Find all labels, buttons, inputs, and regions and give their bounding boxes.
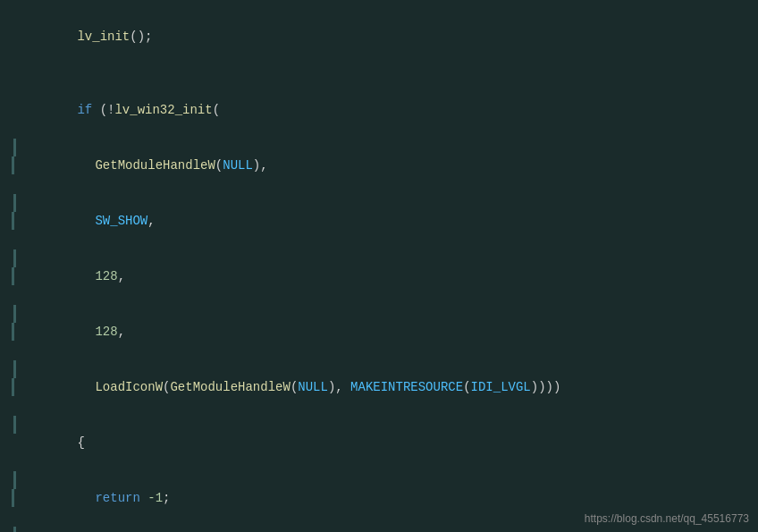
code-line-3: if (!lv_win32_init( <box>0 82 758 138</box>
watermark: https://blog.csdn.net/qq_45516773 <box>585 512 749 525</box>
line-content-10: return -1; <box>25 471 170 525</box>
line-content-7: 128, <box>25 305 125 359</box>
line-content-4: GetModuleHandleW(NULL), <box>25 139 268 192</box>
line-content-5: SW_SHOW, <box>25 194 156 248</box>
code-line-4: GetModuleHandleW(NULL), <box>0 138 758 193</box>
line-content-9: { <box>25 416 85 469</box>
gutter-8 <box>0 360 25 396</box>
line-content-6: 128, <box>25 249 125 303</box>
gutter-5 <box>0 194 25 230</box>
code-line-9: { <box>0 415 758 470</box>
gutter-10 <box>0 471 25 507</box>
code-line-6: 128, <box>0 249 758 304</box>
gutter-4 <box>0 139 25 174</box>
code-line-1: lv_init(); <box>0 9 758 64</box>
line-content-1: lv_init(); <box>25 10 152 63</box>
gutter-7 <box>0 305 25 341</box>
gutter-9 <box>0 416 25 434</box>
code-line-blank-1 <box>0 64 758 82</box>
func-lv-init: lv_init <box>77 30 130 44</box>
line-content-3: if (!lv_win32_init( <box>25 83 220 137</box>
code-line-8: LoadIconW(GetModuleHandleW(NULL), MAKEIN… <box>0 359 758 415</box>
code-line-7: 128, <box>0 304 758 359</box>
code-line-11: } <box>0 526 758 532</box>
gutter-11 <box>0 527 25 532</box>
code-editor: lv_init(); if (!lv_win32_init( GetModule… <box>0 0 758 532</box>
line-content-8: LoadIconW(GetModuleHandleW(NULL), MAKEIN… <box>25 360 560 414</box>
code-line-5: SW_SHOW, <box>0 193 758 249</box>
line-content-11: } <box>25 527 85 532</box>
gutter-6 <box>0 249 25 285</box>
